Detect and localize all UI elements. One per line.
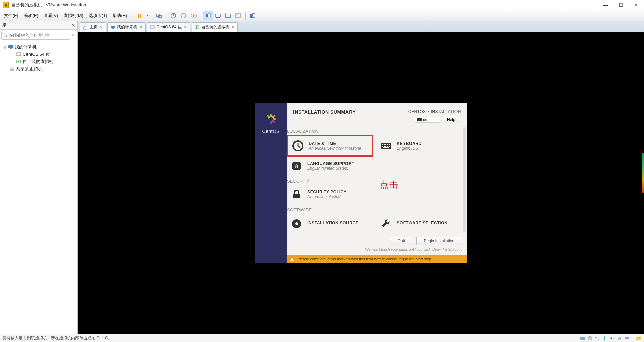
fullscreen-button[interactable] [223, 11, 233, 20]
menu-help[interactable]: 帮助(H) [110, 11, 130, 20]
menu-edit[interactable]: 编辑(E) [21, 11, 41, 20]
spoke-software-selection[interactable]: SOFTWARE SELECTION [377, 214, 463, 232]
tray-printer-icon[interactable] [616, 336, 623, 341]
tab-centos64[interactable]: CentOS 64 位 ✕ [147, 22, 190, 32]
spoke-keyboard[interactable]: KEYBOARD English (US) [377, 135, 463, 157]
tree-label: 我的计算机 [15, 44, 37, 50]
help-button[interactable]: Help! [443, 116, 461, 123]
svg-rect-29 [112, 28, 114, 29]
tab-home[interactable]: 主页 ✕ [80, 22, 106, 32]
svg-rect-74 [619, 337, 621, 338]
separator [201, 12, 201, 20]
menubar: 文件(F) 编辑(E) 查看(V) 虚拟机(M) 选项卡(T) 帮助(H) ▼ [0, 10, 644, 21]
svg-rect-49 [385, 144, 386, 145]
keyboard-layout-label: us [423, 118, 427, 122]
installer-scrollbar[interactable] [463, 127, 466, 232]
tab-label: 自己装的虚拟机 [201, 24, 229, 30]
snapshot-manager-button[interactable] [189, 11, 199, 20]
svg-rect-75 [619, 339, 621, 340]
search-icon [3, 33, 8, 38]
view-thumbnail-button[interactable] [213, 11, 223, 20]
tree-collapse-icon[interactable]: ⊟ [3, 45, 7, 49]
spoke-title: SECURITY POLICY [307, 190, 346, 194]
svg-rect-48 [384, 144, 385, 145]
lock-icon [290, 188, 303, 201]
separator [245, 12, 246, 20]
spoke-title: DATE & TIME [309, 141, 361, 146]
svg-rect-47 [382, 144, 383, 145]
tab-label: 主页 [90, 24, 98, 30]
tab-my-vm[interactable]: 自己装的虚拟机 ✕ [192, 22, 238, 32]
pause-button[interactable] [134, 11, 144, 20]
main-area: 库 ✕ ▼ ⊟ 我的计算机 CentOS 64 位 自己装的虚拟机 [0, 21, 644, 334]
library-search-row: ▼ [0, 30, 77, 41]
tray [580, 336, 641, 341]
spoke-security-policy[interactable]: SECURITY POLICY No profile selected [287, 185, 373, 204]
warning-text: Please complete items marked with this i… [297, 257, 432, 261]
spoke-language[interactable]: á LANGUAGE SUPPORT English (United State… [287, 157, 373, 175]
svg-line-14 [236, 14, 240, 18]
svg-rect-16 [252, 14, 255, 18]
library-search-input[interactable] [9, 33, 68, 38]
tray-usb-icon[interactable] [602, 336, 608, 341]
tree-node-centos64[interactable]: CentOS 64 位 [1, 51, 76, 58]
tray-message-icon[interactable] [635, 336, 641, 341]
snapshot-take-button[interactable] [168, 11, 178, 20]
menu-file[interactable]: 文件(F) [1, 11, 21, 20]
tab-close-button[interactable]: ✕ [184, 25, 187, 30]
menu-view[interactable]: 查看(V) [41, 11, 61, 20]
svg-rect-44 [420, 119, 420, 119]
wrench-icon [379, 216, 393, 230]
tray-sound-icon[interactable] [609, 336, 615, 341]
view-console-button[interactable] [203, 11, 213, 20]
tray-network-icon[interactable] [594, 336, 600, 341]
tab-label: 我的计算机 [117, 24, 137, 30]
keyboard-indicator[interactable]: us [415, 117, 439, 123]
statusbar: 要将输入定向到该虚拟机，请在虚拟机内部单击或按 Ctrl+G。 [0, 334, 644, 342]
snapshot-revert-button[interactable] [178, 11, 189, 20]
vm-running-icon [195, 25, 199, 30]
installer-product: CENTOS 7 INSTALLATION [408, 109, 461, 114]
quit-button[interactable]: Quit [390, 237, 413, 245]
close-button[interactable]: ✕ [629, 0, 644, 10]
tab-close-button[interactable]: ✕ [139, 25, 143, 30]
svg-marker-40 [266, 114, 271, 119]
begin-installation-button[interactable]: Begin Installation [416, 237, 462, 245]
minimize-button[interactable]: — [598, 0, 613, 10]
tree-label: 共享的虚拟机 [16, 66, 42, 72]
tray-disk-icon[interactable] [580, 336, 586, 341]
svg-rect-60 [293, 194, 300, 198]
library-search-dropdown[interactable]: ▼ [70, 34, 76, 37]
separator [152, 12, 152, 20]
svg-marker-32 [196, 26, 198, 28]
spoke-installation-source[interactable]: INSTALLATION SOURCE [287, 214, 373, 232]
svg-rect-51 [389, 144, 390, 145]
tree-node-my-computer[interactable]: ⊟ 我的计算机 [1, 43, 76, 51]
menu-tabs[interactable]: 选项卡(T) [86, 11, 110, 20]
centos-installer: CentOS INSTALLATION SUMMARY CENTOS 7 INS… [255, 103, 467, 263]
tray-drive-icon[interactable] [624, 336, 630, 341]
tray-cd-icon[interactable] [587, 336, 593, 341]
tab-close-button[interactable]: ✕ [231, 25, 235, 30]
tree-node-my-vm[interactable]: 自己装的虚拟机 [1, 58, 76, 65]
svg-rect-11 [216, 17, 220, 18]
tree-node-shared[interactable]: 共享的虚拟机 [1, 65, 76, 73]
library-toggle-button[interactable] [248, 11, 258, 20]
tab-my-computer[interactable]: 我的计算机 ✕ [107, 22, 146, 32]
vm-viewport[interactable]: CentOS INSTALLATION SUMMARY CENTOS 7 INS… [78, 32, 644, 334]
svg-line-18 [6, 36, 7, 37]
spoke-date-time[interactable]: DATE & TIME Americas/New York timezone [287, 135, 373, 157]
svg-rect-52 [382, 146, 383, 147]
disc-icon [290, 216, 303, 230]
menu-vm[interactable]: 虚拟机(M) [61, 11, 86, 20]
library-close-button[interactable]: ✕ [71, 23, 75, 28]
tab-close-button[interactable]: ✕ [100, 25, 103, 30]
home-icon [83, 25, 88, 30]
library-search[interactable] [1, 31, 70, 40]
maximize-button[interactable]: ☐ [613, 0, 629, 10]
language-icon: á [290, 159, 303, 173]
unity-button[interactable] [233, 11, 243, 20]
svg-rect-1 [140, 14, 141, 18]
power-dropdown[interactable]: ▼ [144, 11, 150, 20]
send-ctrl-alt-del-button[interactable] [154, 11, 164, 20]
